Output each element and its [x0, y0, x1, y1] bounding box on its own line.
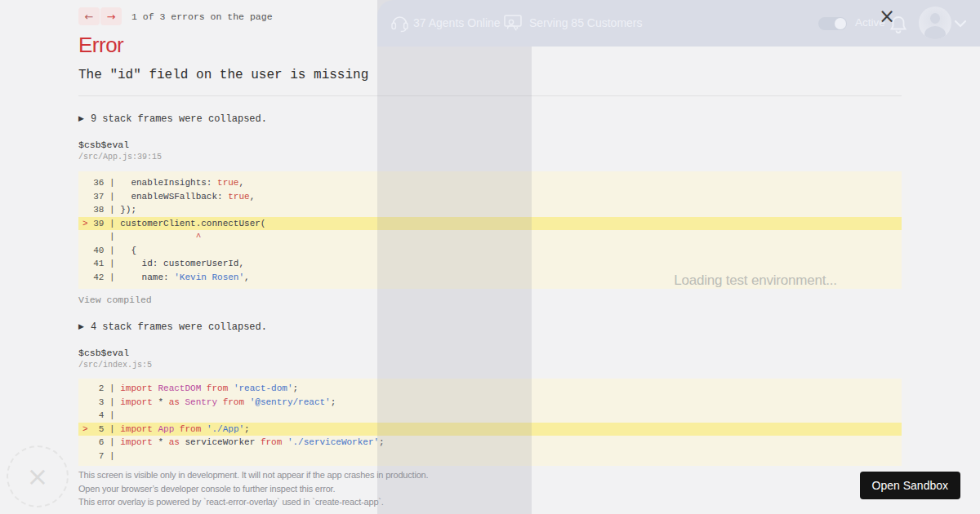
- stack-frame-location: /src/App.js:39:15: [78, 153, 162, 162]
- footer-line: This error overlay is powered by `react-…: [78, 495, 428, 509]
- collapsed-frames-toggle-1[interactable]: ▶9 stack frames were collapsed.: [78, 113, 267, 125]
- code-token: from: [223, 397, 244, 407]
- toggle-knob: [835, 18, 846, 29]
- code-token: serviceWorker: [180, 437, 261, 447]
- code-token: as: [169, 437, 180, 447]
- arrow-right-icon: →: [107, 11, 116, 23]
- code-token: id: customerUserId,: [120, 259, 244, 268]
- code-token: ,: [244, 273, 250, 282]
- code-token: from: [180, 424, 201, 434]
- code-token: [120, 232, 195, 241]
- code-token: import: [120, 397, 153, 407]
- open-sandbox-button[interactable]: Open Sandbox: [860, 472, 960, 499]
- chevron-down-icon[interactable]: [954, 20, 967, 28]
- code-token: ;: [244, 424, 250, 434]
- code-token: customerClient.connectUser(: [120, 219, 265, 228]
- code-token: ,: [238, 178, 244, 188]
- code-token: ;: [331, 397, 336, 407]
- code-token: as: [169, 397, 180, 407]
- code-token: [201, 424, 207, 434]
- app-background-panel: [377, 0, 532, 514]
- arrow-left-icon: ←: [85, 11, 94, 23]
- code-token: import: [120, 437, 153, 447]
- code-token: true: [228, 192, 249, 202]
- collapsed-frames-label: 4 stack frames were collapsed.: [91, 321, 267, 333]
- code-token: App: [158, 424, 174, 434]
- code-token: ReactDOM: [158, 383, 201, 393]
- code-token: [282, 437, 287, 447]
- code-token: true: [217, 178, 238, 188]
- error-counter: 1 of 3 errors on the page: [131, 11, 273, 22]
- stack-frame-function: $csb$eval: [78, 140, 129, 150]
- code-token: [201, 383, 207, 393]
- active-toggle[interactable]: [818, 17, 847, 30]
- code-token: name:: [120, 273, 174, 282]
- avatar-silhouette: [930, 13, 940, 24]
- code-token: './App': [207, 424, 244, 434]
- expand-triangle-icon: ▶: [78, 114, 84, 122]
- close-icon: ×: [27, 461, 49, 492]
- avatar[interactable]: [919, 7, 951, 39]
- avatar-silhouette: [924, 26, 946, 39]
- headset-icon: [390, 13, 409, 33]
- code-token: '@sentry/react': [250, 397, 331, 407]
- footer-line: This screen is visible only in developme…: [78, 468, 428, 482]
- code-token: 'react-dom': [234, 383, 293, 393]
- collapsed-frames-toggle-2[interactable]: ▶4 stack frames were collapsed.: [78, 321, 267, 333]
- footer-line: Open your browser’s developer console to…: [78, 482, 428, 496]
- code-token: *: [153, 397, 169, 407]
- loading-status-text: Loading test environment...: [531, 273, 980, 289]
- code-token: 'Kevin Rosen': [174, 273, 244, 282]
- code-token: ;: [293, 383, 299, 393]
- code-token: enableWSFallback:: [120, 192, 228, 202]
- next-error-button[interactable]: →: [100, 7, 122, 25]
- collapsed-frames-label: 9 stack frames were collapsed.: [91, 113, 267, 125]
- stack-frame-location: /src/index.js:5: [78, 361, 152, 370]
- code-token: enableInsights:: [120, 178, 217, 188]
- stack-frame-function: $csb$eval: [78, 348, 129, 358]
- code-token: from: [261, 437, 282, 447]
- previous-error-button[interactable]: ←: [78, 7, 100, 25]
- code-token: import: [120, 424, 153, 434]
- close-icon[interactable]: ×: [879, 7, 895, 26]
- agents-online-label: 37 Agents Online: [413, 16, 501, 29]
- code-token: Sentry: [185, 397, 217, 407]
- code-token: });: [120, 205, 136, 215]
- overlay-footer: This screen is visible only in developme…: [78, 468, 428, 509]
- code-token: [217, 397, 223, 407]
- code-token: {: [120, 246, 136, 255]
- error-title: Error: [78, 33, 123, 58]
- code-token: './serviceWorker': [287, 437, 379, 447]
- code-token: from: [207, 383, 228, 393]
- customers-icon: [503, 13, 523, 33]
- code-token: [244, 397, 250, 407]
- code-token: import: [120, 383, 153, 393]
- error-overlay-screen: ← → 1 of 3 errors on the page × Error Th…: [0, 0, 980, 514]
- code-token: *: [153, 437, 169, 447]
- serving-customers-label: Serving 85 Customers: [529, 16, 643, 29]
- dismiss-circle-button[interactable]: ×: [7, 445, 69, 507]
- code-token: ^: [196, 232, 202, 241]
- error-nav: ← → 1 of 3 errors on the page: [78, 7, 273, 25]
- view-compiled-link[interactable]: View compiled: [78, 295, 152, 305]
- code-token: [174, 424, 180, 434]
- error-message: The "id" field on the user is missing: [78, 68, 368, 82]
- code-token: ,: [250, 192, 256, 202]
- code-token: [228, 383, 234, 393]
- expand-triangle-icon: ▶: [78, 322, 84, 330]
